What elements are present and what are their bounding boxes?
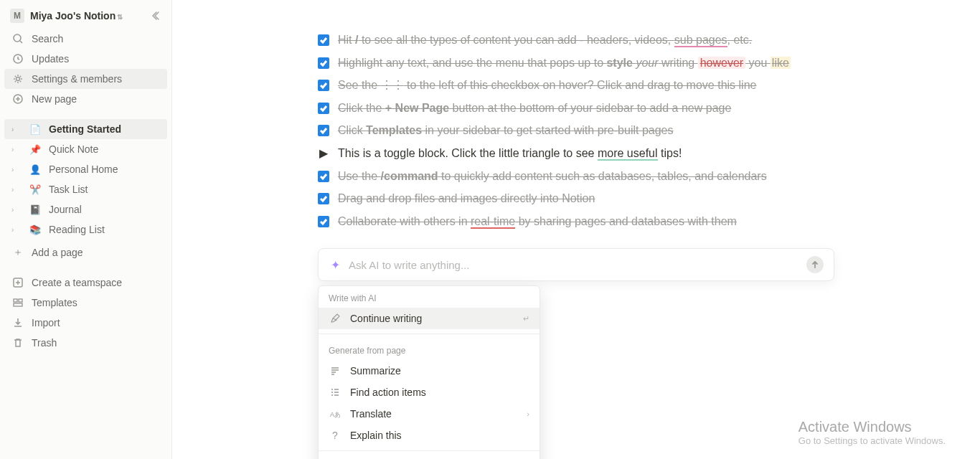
settings-label: Settings & members — [32, 73, 122, 85]
dd-section-write: Write with AI — [319, 286, 540, 308]
updates-label: Updates — [32, 53, 69, 65]
settings-button[interactable]: Settings & members — [4, 69, 167, 89]
page-label: Personal Home — [49, 164, 118, 175]
workspace-switcher[interactable]: M Miya Joo's Notion⇅ — [0, 4, 171, 27]
page-label: Task List — [49, 184, 88, 195]
question-icon: ? — [329, 429, 341, 442]
list-check-icon — [329, 386, 341, 399]
todo-block[interactable]: Use the /command to quickly add content … — [318, 165, 834, 188]
gear-icon — [11, 72, 24, 85]
svg-point-3 — [17, 77, 20, 81]
add-page-button[interactable]: ＋ Add a page — [4, 242, 167, 262]
sidebar-page-item[interactable]: ›📄Getting Started — [4, 119, 167, 139]
translate-icon: Aあ — [329, 407, 341, 420]
todo-block[interactable]: Highlight any text, and use the menu tha… — [318, 52, 834, 75]
search-button[interactable]: Search — [4, 29, 167, 49]
checkbox-checked[interactable] — [318, 216, 329, 227]
todo-block[interactable]: Collaborate with others in real-time by … — [318, 210, 834, 233]
todo-block[interactable]: Hit / to see all the types of content yo… — [318, 29, 834, 52]
chevron-updown-icon: ⇅ — [117, 13, 123, 21]
caret-right-icon[interactable]: › — [11, 206, 22, 214]
checkbox-checked[interactable] — [318, 34, 329, 46]
ai-input[interactable] — [349, 259, 799, 271]
caret-right-icon[interactable]: › — [11, 186, 22, 194]
new-page-button[interactable]: New page — [4, 89, 167, 109]
ai-dropdown: Write with AI Continue writing ↵ Generat… — [318, 285, 540, 459]
checkbox-checked[interactable] — [318, 171, 329, 182]
dd-section-generate: Generate from page — [319, 339, 540, 360]
chevron-right-icon: › — [527, 410, 529, 418]
sidebar-page-item[interactable]: ›📓Journal — [4, 199, 167, 219]
ai-action-items[interactable]: Find action items — [319, 382, 540, 403]
page-label: Reading List — [49, 224, 105, 235]
updates-button[interactable]: Updates — [4, 49, 167, 69]
sidebar-page-item[interactable]: ›👤Personal Home — [4, 159, 167, 179]
page-label: Quick Note — [49, 143, 98, 155]
svg-point-0 — [14, 34, 21, 42]
block-text[interactable]: Drag and drop files and images directly … — [338, 189, 834, 208]
checkbox-checked[interactable] — [318, 125, 329, 136]
sparkle-icon: ✦ — [329, 258, 341, 271]
dd-section-edit: Edit or review page — [319, 455, 540, 459]
sidebar: M Miya Joo's Notion⇅ Search Updates Sett… — [0, 0, 172, 459]
block-text[interactable]: Click the + New Page button at the botto… — [338, 99, 834, 118]
search-label: Search — [32, 33, 63, 44]
page-label: Journal — [49, 204, 82, 215]
import-button[interactable]: Import — [4, 313, 167, 333]
block-text[interactable]: Highlight any text, and use the menu tha… — [338, 54, 834, 72]
todo-block[interactable]: Click Templates in your sidebar to get s… — [318, 119, 834, 142]
toggle-arrow-icon[interactable]: ▶ — [318, 148, 329, 159]
toggle-block[interactable]: ▶This is a toggle block. Click the littl… — [318, 142, 834, 165]
caret-right-icon[interactable]: › — [11, 166, 22, 174]
templates-icon — [11, 296, 24, 309]
checkbox-checked[interactable] — [318, 57, 329, 69]
caret-right-icon[interactable]: › — [11, 226, 22, 234]
teamspace-icon — [11, 276, 24, 289]
ai-explain[interactable]: ? Explain this — [319, 425, 540, 446]
plus-circle-icon — [11, 93, 24, 105]
todo-block[interactable]: See the ⋮⋮ to the left of this checkbox … — [318, 74, 834, 97]
block-text[interactable]: Use the /command to quickly add content … — [338, 167, 834, 186]
ai-summarize[interactable]: Summarize — [319, 360, 540, 382]
svg-line-1 — [20, 41, 22, 43]
checkbox-checked[interactable] — [318, 103, 329, 114]
svg-text:Aあ: Aあ — [330, 411, 340, 418]
sidebar-page-item[interactable]: ›✂️Task List — [4, 179, 167, 199]
trash-button[interactable]: Trash — [4, 333, 167, 353]
checkbox-checked[interactable] — [318, 80, 329, 91]
enter-key-icon: ↵ — [523, 314, 529, 323]
todo-block[interactable]: Drag and drop files and images directly … — [318, 187, 834, 210]
page-icon: 📓 — [29, 203, 42, 216]
page-label: Getting Started — [49, 123, 121, 135]
workspace-title: Miya Joo's Notion⇅ — [30, 10, 146, 22]
block-text[interactable]: Hit / to see all the types of content yo… — [338, 31, 834, 49]
sidebar-page-item[interactable]: ›📌Quick Note — [4, 139, 167, 159]
svg-rect-7 — [19, 299, 22, 302]
search-icon — [11, 32, 24, 45]
ai-continue-writing[interactable]: Continue writing ↵ — [319, 308, 540, 329]
pencil-icon — [329, 312, 341, 325]
page-icon: 📌 — [29, 143, 42, 156]
caret-right-icon[interactable]: › — [11, 146, 22, 153]
collapse-sidebar-icon[interactable] — [151, 10, 163, 22]
clock-icon — [11, 52, 24, 65]
add-page-label: Add a page — [32, 247, 83, 258]
ai-input-box[interactable]: ✦ — [318, 248, 834, 281]
block-text[interactable]: See the ⋮⋮ to the left of this checkbox … — [338, 76, 834, 95]
page-icon: ✂️ — [29, 183, 42, 196]
windows-watermark: Activate Windows Go to Settings to activ… — [798, 419, 946, 446]
block-text[interactable]: Collaborate with others in real-time by … — [338, 212, 834, 231]
block-text[interactable]: This is a toggle block. Click the little… — [338, 144, 834, 163]
block-text[interactable]: Click Templates in your sidebar to get s… — [338, 121, 834, 140]
templates-button[interactable]: Templates — [4, 293, 167, 313]
ai-translate[interactable]: Aあ Translate › — [319, 403, 540, 425]
sidebar-page-item[interactable]: ›📚Reading List — [4, 219, 167, 240]
todo-block[interactable]: Click the + New Page button at the botto… — [318, 97, 834, 120]
create-teamspace-button[interactable]: Create a teamspace — [4, 273, 167, 293]
caret-right-icon[interactable]: › — [11, 126, 22, 133]
checkbox-checked[interactable] — [318, 193, 329, 204]
svg-rect-8 — [14, 303, 22, 306]
workspace-avatar: M — [10, 9, 24, 23]
svg-rect-6 — [14, 299, 17, 302]
ai-send-button[interactable] — [806, 256, 824, 273]
